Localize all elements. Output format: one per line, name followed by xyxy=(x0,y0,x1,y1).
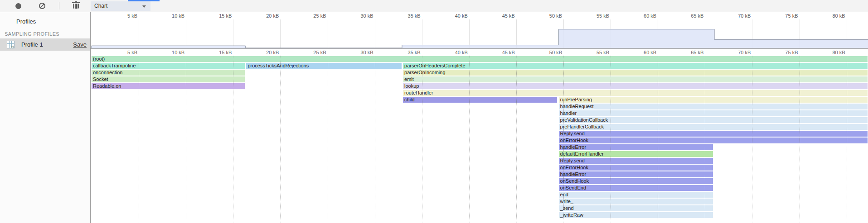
ruler-tick-label: 45 kB xyxy=(502,50,515,55)
save-link[interactable]: Save xyxy=(73,41,87,48)
ruler-tick-label: 15 kB xyxy=(219,50,232,55)
grid-line-dotted xyxy=(328,56,328,223)
view-mode-select[interactable]: Chart xyxy=(91,1,150,11)
flame-bar[interactable]: lookup xyxy=(403,83,868,89)
clear-icon xyxy=(39,3,45,9)
flame-bar[interactable]: routeHandler xyxy=(403,90,868,96)
record-icon xyxy=(15,3,21,9)
sidebar-title: Profiles xyxy=(16,18,36,25)
flame-bar[interactable]: write_ xyxy=(559,199,713,204)
ruler-tick-label: 60 kB xyxy=(644,50,656,55)
flame-bar[interactable]: onErrorHook xyxy=(559,165,713,171)
ruler-tick-label: 20 kB xyxy=(266,50,279,55)
ruler-tick-label: 75 kB xyxy=(785,50,798,55)
ruler-tick-label: 20 kB xyxy=(266,13,279,19)
sampling-profiles-header: SAMPLING PROFILES xyxy=(5,31,59,37)
toolbar: Chart xyxy=(0,0,868,12)
grid-line-dotted xyxy=(516,56,517,223)
ruler-tick-label: 70 kB xyxy=(738,13,751,19)
flame-bar[interactable]: preValidationCallback xyxy=(559,117,868,123)
grid-line-dotted xyxy=(422,56,422,223)
profiles-sidebar: Profiles SAMPLING PROFILES % Profile 1 S… xyxy=(0,12,91,223)
trash-icon xyxy=(73,4,79,9)
grid-line-dotted xyxy=(705,56,705,223)
flame-bar[interactable]: Socket xyxy=(92,76,245,82)
flame-bar[interactable]: Reply.send xyxy=(559,158,713,164)
flame-bar[interactable]: runPreParsing xyxy=(559,97,868,103)
ruler-tick-label: 60 kB xyxy=(644,13,656,19)
grid-line-dotted xyxy=(469,56,470,223)
ruler-tick-label: 55 kB xyxy=(596,13,609,19)
ruler-tick-label: 45 kB xyxy=(502,13,515,19)
chart-pane: 5 kB10 kB15 kB20 kB25 kB30 kB35 kB40 kB4… xyxy=(91,12,868,223)
flame-bar[interactable]: onErrorHook xyxy=(559,138,868,143)
flame-bar[interactable]: callbackTrampoline xyxy=(92,63,245,69)
ruler-tick-label: 50 kB xyxy=(549,13,562,19)
allocation-overview[interactable] xyxy=(91,19,868,49)
ruler-tick-label: 80 kB xyxy=(832,50,845,55)
flame-chart: (root)callbackTrampolineprocessTicksAndR… xyxy=(91,56,868,223)
delete-profile-button[interactable] xyxy=(69,0,82,12)
flame-bar[interactable]: _writeRaw xyxy=(559,212,713,218)
ruler-tick-label: 55 kB xyxy=(596,50,609,55)
grid-line-dotted xyxy=(280,56,281,223)
overview-area-path xyxy=(92,29,868,48)
ruler-tick-label: 25 kB xyxy=(313,13,326,19)
view-mode-value: Chart xyxy=(94,3,107,9)
grid-line-dotted xyxy=(800,56,800,223)
flame-bar[interactable]: end xyxy=(559,192,713,198)
flame-bar[interactable]: parserOnHeadersComplete xyxy=(403,63,868,69)
flame-bar[interactable]: processTicksAndRejections xyxy=(246,63,402,69)
ruler-tick-label: 75 kB xyxy=(785,13,798,19)
ruler-tick-label: 40 kB xyxy=(455,50,468,55)
profile-list-item[interactable]: % Profile 1 Save xyxy=(0,38,90,51)
flame-bar[interactable]: handleError xyxy=(559,144,713,150)
profile-name: Profile 1 xyxy=(21,41,43,48)
flame-bar[interactable]: onSendHook xyxy=(559,178,713,184)
grid-line-dotted xyxy=(752,56,752,223)
flame-bar[interactable]: _send xyxy=(559,205,713,211)
flame-bar[interactable]: (root) xyxy=(92,56,868,62)
grid-line-dotted xyxy=(563,56,564,223)
grid-line-dotted xyxy=(186,56,186,223)
ruler-tick-label: 40 kB xyxy=(455,13,468,19)
ruler-tick-label: 35 kB xyxy=(408,13,421,19)
ruler-tick-label: 5 kB xyxy=(127,50,137,55)
toolbar-separator xyxy=(59,2,59,9)
clear-profiles-button[interactable] xyxy=(36,0,48,12)
flame-bar[interactable]: Readable.on xyxy=(92,83,245,89)
flame-bar[interactable]: handleRequest xyxy=(559,104,868,109)
grid-line-dotted xyxy=(611,56,611,223)
flame-bar[interactable]: onSendEnd xyxy=(559,185,713,191)
flame-bar[interactable]: handleError xyxy=(559,171,713,177)
ruler-tick-label: 65 kB xyxy=(691,13,703,19)
ruler-tick-label: 10 kB xyxy=(172,13,184,19)
ruler-tick-label: 80 kB xyxy=(832,13,845,19)
record-button[interactable] xyxy=(12,0,24,12)
ruler-tick-label: 30 kB xyxy=(360,50,373,55)
flame-bar[interactable]: parserOnIncoming xyxy=(403,70,868,76)
flame-bar[interactable]: defaultErrorHandler xyxy=(559,151,713,157)
flame-bar[interactable]: emit xyxy=(403,76,868,82)
chevron-down-icon xyxy=(142,5,146,8)
flame-bar[interactable]: child xyxy=(403,97,557,103)
grid-line-dotted xyxy=(233,56,233,223)
profile-icon: % xyxy=(7,41,15,48)
grid-line-dotted xyxy=(139,56,139,223)
ruler-tick-label: 50 kB xyxy=(549,50,562,55)
overview-ruler: 5 kB10 kB15 kB20 kB25 kB30 kB35 kB40 kB4… xyxy=(91,12,868,19)
grid-line-dotted xyxy=(847,56,847,223)
ruler-tick-label: 5 kB xyxy=(127,13,137,19)
grid-line-dotted xyxy=(375,56,375,223)
ruler-tick-label: 70 kB xyxy=(738,50,751,55)
flamechart-ruler: 5 kB10 kB15 kB20 kB25 kB30 kB35 kB40 kB4… xyxy=(91,48,868,56)
grid-line-dotted xyxy=(658,56,658,223)
flame-bar[interactable]: onconnection xyxy=(92,70,245,76)
ruler-tick-label: 15 kB xyxy=(219,13,232,19)
ruler-tick-label: 10 kB xyxy=(172,50,184,55)
ruler-tick-label: 35 kB xyxy=(408,50,421,55)
flame-bar[interactable]: handler xyxy=(559,110,868,116)
flame-bar[interactable]: preHandlerCallback xyxy=(559,124,868,130)
flame-bar[interactable]: Reply.send xyxy=(559,131,868,137)
ruler-tick-label: 25 kB xyxy=(313,50,326,55)
